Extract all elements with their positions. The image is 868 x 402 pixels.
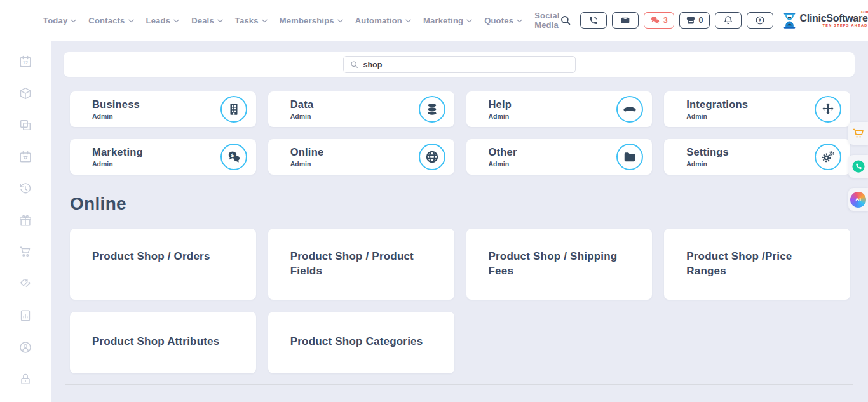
result-card-shipping-fees[interactable]: Product Shop / Shipping Fees [466,229,653,300]
sidebar-item-products[interactable] [17,86,34,103]
ai-icon: AI [850,192,866,208]
whatsapp-widget[interactable] [848,155,868,178]
category-subtitle: Admin [686,112,748,120]
nav-item-label: Contacts [88,16,125,25]
nav-item-social-media[interactable]: Social Media [534,11,560,30]
chat-bubbles-icon [650,15,660,25]
category-card-other[interactable]: Other Admin [466,139,653,175]
chevron-down-icon [517,19,522,23]
category-subtitle: Admin [290,160,324,168]
lock-icon [17,372,34,386]
storefront-icon [686,15,696,25]
result-title: Product Shop Categories [290,335,423,347]
nav-item-deals[interactable]: Deals [191,16,223,25]
notifications-button[interactable] [715,12,742,29]
sidebar-item-tags[interactable] [17,277,34,293]
nav-item-today[interactable]: Today [43,16,76,25]
nav-item-label: Marketing [423,16,463,25]
category-icon-circle: $ [220,144,247,170]
pos-button[interactable]: 0 [679,12,710,29]
category-icon-circle [815,96,841,123]
phone-button[interactable] [580,12,607,29]
handshake-icon [623,102,637,116]
nav-item-label: Tasks [235,16,259,25]
result-card-price-ranges[interactable]: Product Shop /Price Ranges [664,229,850,300]
category-card-integrations[interactable]: Integrations Admin [664,91,850,127]
sidebar-item-calendar[interactable]: 12 [17,55,34,71]
sidebar-item-gifts[interactable] [17,213,34,230]
brand-name: ClinicSoftware [800,13,868,23]
main-nav: Today Contacts Leads Deals Tasks Members… [43,11,560,30]
svg-text:?: ? [758,18,761,23]
category-title: Online [290,146,324,158]
help-button[interactable]: ? [747,12,773,29]
category-card-help[interactable]: Help Admin [466,91,653,127]
phone-icon [588,15,599,25]
calendar-event-icon [17,150,34,164]
inbox-button[interactable] [612,12,639,29]
chat-button[interactable]: 3 [644,12,674,29]
result-card-categories[interactable]: Product Shop Categories [268,312,454,373]
nav-item-memberships[interactable]: Memberships [280,16,343,25]
result-card-attributes[interactable]: Product Shop Attributes [70,312,256,373]
nav-item-tasks[interactable]: Tasks [235,16,268,25]
clinicsoftware-brand-logo[interactable]: ClinicSoftware .com TEN STEPS AHEAD [782,12,868,29]
search-box [343,56,576,73]
result-title: Product Shop Attributes [92,335,219,347]
sidebar-item-reports[interactable] [17,309,34,325]
category-subtitle: Admin [686,160,729,168]
pos-badge: 0 [699,16,703,25]
sidebar-item-security[interactable] [17,372,34,389]
svg-text:12: 12 [23,60,29,65]
nav-item-automation[interactable]: Automation [355,16,411,25]
nav-item-marketing[interactable]: Marketing [423,16,472,25]
cube-icon [17,86,34,100]
category-icon-circle [616,96,643,123]
category-subtitle: Admin [489,112,512,120]
sidebar-item-history[interactable] [17,182,34,198]
svg-text:$: $ [231,152,234,158]
category-subtitle: Admin [92,112,140,120]
category-title: Data [290,98,314,111]
category-card-marketing[interactable]: Marketing Admin $ [70,139,256,175]
section-heading: Online [70,191,855,217]
category-title: Help [489,98,512,111]
category-title: Business [92,98,140,111]
category-card-business[interactable]: Business Admin [70,91,256,127]
category-card-online[interactable]: Online Admin [268,139,454,175]
gears-icon [821,150,835,164]
category-icon-circle [419,96,445,123]
calendar-icon: 12 [17,55,34,69]
result-card-orders[interactable]: Product Shop / Orders [70,229,256,300]
sidebar-item-cart[interactable] [17,245,34,262]
result-card-product-fields[interactable]: Product Shop / Product Fields [268,229,454,300]
move-arrows-icon [821,102,835,116]
whatsapp-icon [851,159,865,173]
nav-item-contacts[interactable]: Contacts [88,16,133,25]
category-icon-circle [815,144,841,170]
folder-icon [623,150,637,164]
result-title: Product Shop / Shipping Fees [489,250,618,277]
left-sidebar: 12 [0,41,51,402]
comment-dollar-icon: $ [227,150,241,164]
sidebar-item-account[interactable] [17,340,34,357]
brand-tagline: TEN STEPS AHEAD [800,24,868,28]
category-card-data[interactable]: Data Admin [268,91,454,127]
category-title: Other [489,146,517,158]
ai-widget[interactable]: AI [848,188,868,211]
result-title: Product Shop /Price Ranges [686,250,792,277]
cart-widget[interactable] [848,122,868,145]
ai-icon: AI [850,192,866,208]
tags-icon [17,277,34,291]
nav-item-quotes[interactable]: Quotes [484,16,522,25]
search-icon[interactable] [560,15,571,26]
sidebar-item-pages[interactable] [17,118,34,135]
nav-item-leads[interactable]: Leads [146,16,180,25]
chevron-down-icon [128,19,134,23]
nav-item-label: Quotes [484,16,513,25]
search-input[interactable] [363,60,569,69]
category-icon-circle [419,144,445,170]
sidebar-item-bookings[interactable] [17,150,34,166]
category-card-settings[interactable]: Settings Admin [664,139,850,175]
chevron-down-icon [217,19,223,23]
